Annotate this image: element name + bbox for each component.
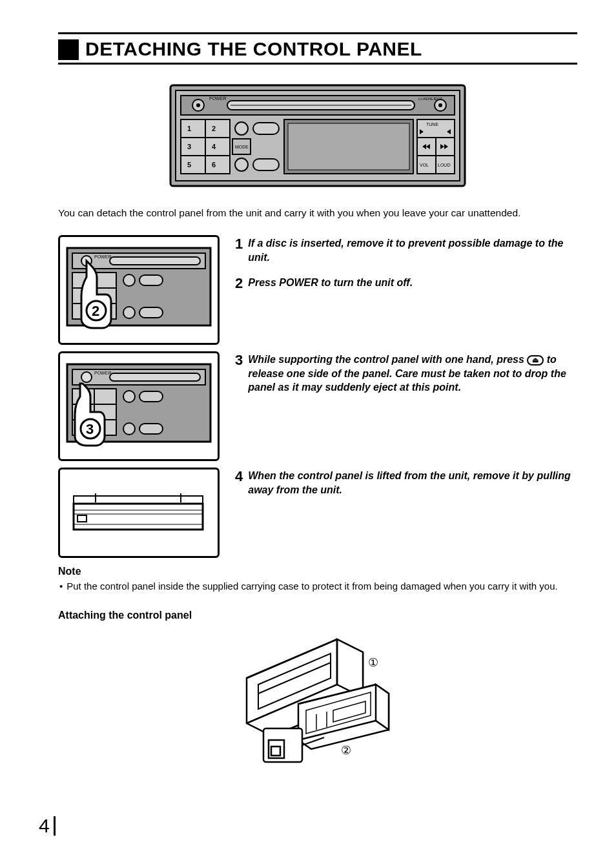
svg-rect-80 <box>74 504 203 530</box>
step-row: POWER 3 3 <box>58 351 577 461</box>
svg-point-58 <box>123 307 135 318</box>
step-item: 3 While supporting the control panel wit… <box>235 353 577 395</box>
svg-text:1: 1 <box>187 125 191 132</box>
attach-heading: Attaching the control panel <box>58 610 577 621</box>
svg-point-64 <box>81 372 92 382</box>
attach-figure: ① ② <box>58 626 577 768</box>
svg-rect-16 <box>205 156 230 174</box>
press-release-icon: POWER 3 <box>65 358 213 455</box>
note-text: Put the control panel inside the supplie… <box>67 580 557 593</box>
svg-rect-97 <box>271 747 280 756</box>
svg-text:6: 6 <box>212 161 216 169</box>
svg-rect-79 <box>74 496 203 504</box>
eject-icon: ⏏ <box>527 355 544 366</box>
step-text: Press POWER to turn the unit off. <box>248 276 413 290</box>
svg-rect-27 <box>253 159 279 170</box>
svg-rect-24 <box>253 123 279 134</box>
step-figure-2: POWER 2 <box>58 235 220 345</box>
step-text: While supporting the control panel with … <box>248 353 577 395</box>
svg-rect-57 <box>139 275 163 285</box>
svg-text:VOL: VOL <box>420 163 429 167</box>
car-stereo-icon: POWER LOAD/EJECT 1 2 3 4 5 6 MODE <box>169 84 466 187</box>
step-number: 2 <box>235 276 243 291</box>
step-figure-4 <box>58 468 220 558</box>
step-number: 3 <box>235 353 243 368</box>
svg-point-10 <box>438 103 442 107</box>
svg-text:POWER: POWER <box>94 371 111 375</box>
svg-rect-15 <box>181 156 205 174</box>
step-number: 1 <box>235 236 243 252</box>
step-item: 1 If a disc is inserted, remove it to pr… <box>235 236 577 264</box>
note-block: Note • Put the control panel inside the … <box>58 566 577 593</box>
svg-rect-59 <box>139 307 163 318</box>
svg-text:LOUD: LOUD <box>438 163 450 167</box>
note-heading: Note <box>58 566 577 577</box>
hero-stereo-figure: POWER LOAD/EJECT 1 2 3 4 5 6 MODE <box>58 84 577 187</box>
svg-text:2: 2 <box>212 125 216 132</box>
page-title: DETACHING THE CONTROL PANEL <box>85 38 422 60</box>
svg-rect-12 <box>205 119 230 138</box>
svg-rect-49 <box>110 257 200 265</box>
svg-rect-66 <box>110 373 200 381</box>
step-row: POWER 2 1 <box>58 235 577 345</box>
svg-rect-11 <box>181 119 205 138</box>
svg-point-26 <box>235 158 248 171</box>
remove-panel-icon <box>65 474 213 551</box>
svg-point-4 <box>196 103 200 107</box>
page-number: 4 <box>39 816 56 836</box>
svg-text:5: 5 <box>187 161 191 169</box>
step-number: 4 <box>235 469 243 484</box>
svg-text:2: 2 <box>92 303 99 319</box>
svg-point-23 <box>235 122 248 135</box>
callout-1: ① <box>368 656 378 669</box>
svg-point-73 <box>123 391 135 402</box>
svg-text:3: 3 <box>86 421 94 437</box>
step-row: 4 When the control panel is lifted from … <box>58 468 577 558</box>
bullet-dot-icon: • <box>59 580 63 593</box>
svg-text:3: 3 <box>187 143 191 150</box>
svg-point-56 <box>123 274 135 286</box>
svg-text:MODE: MODE <box>235 145 249 149</box>
svg-rect-84 <box>77 515 87 522</box>
steps-section: POWER 2 1 <box>58 235 577 558</box>
svg-rect-68 <box>94 389 116 404</box>
svg-text:4: 4 <box>212 143 216 150</box>
step-text-pre: While supporting the control panel with … <box>248 354 527 365</box>
intro-paragraph: You can detach the control panel from th… <box>58 207 577 220</box>
svg-point-75 <box>123 423 135 435</box>
svg-rect-14 <box>205 138 230 156</box>
press-power-icon: POWER 2 <box>65 242 213 338</box>
title-bullet-square <box>58 39 79 60</box>
step-item: 4 When the control panel is lifted from … <box>235 469 577 497</box>
note-bullet-list: • Put the control panel inside the suppl… <box>59 580 577 593</box>
svg-text:POWER: POWER <box>94 254 111 259</box>
step-text: If a disc is inserted, remove it to prev… <box>248 236 577 264</box>
callout-2: ② <box>341 744 351 757</box>
svg-rect-74 <box>139 391 163 402</box>
step-figure-3: POWER 3 <box>58 351 220 461</box>
svg-text:POWER: POWER <box>209 96 226 101</box>
svg-text:TUNE: TUNE <box>426 122 438 127</box>
page-title-row: DETACHING THE CONTROL PANEL <box>58 32 577 65</box>
svg-rect-76 <box>139 424 163 434</box>
attach-panel-icon: ① ② <box>227 626 408 768</box>
step-text: When the control panel is lifted from th… <box>248 469 577 497</box>
svg-rect-30 <box>288 123 409 170</box>
svg-rect-13 <box>181 138 205 156</box>
step-item: 2 Press POWER to turn the unit off. <box>235 276 577 291</box>
